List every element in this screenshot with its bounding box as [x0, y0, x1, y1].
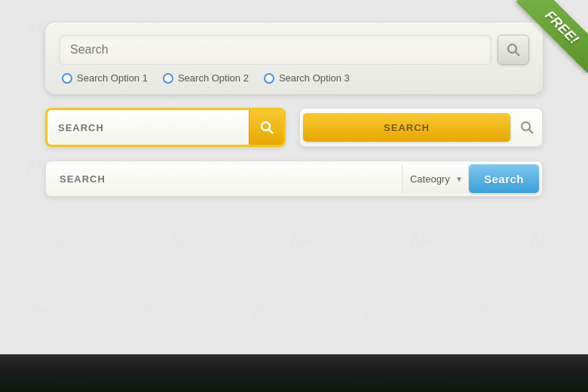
radio-circle-3 — [264, 73, 274, 84]
bottom-bar — [0, 354, 588, 392]
radio-options-row: Search Option 1 Search Option 2 Search O… — [59, 72, 529, 84]
free-badge-label: FREE! — [516, 0, 588, 73]
svg-line-5 — [529, 130, 533, 133]
svg-point-4 — [522, 122, 530, 130]
radio-label-1: Search Option 1 — [77, 72, 148, 84]
search-button-2b[interactable]: SEARCH — [303, 113, 510, 142]
radio-label-2: Search Option 2 — [178, 72, 249, 84]
widget-search-category: Cateogry Option 1 Option 2 Option 3 ▼ Se… — [45, 161, 543, 197]
search-icon-2a — [259, 120, 274, 135]
radio-option-3[interactable]: Search Option 3 — [264, 72, 350, 84]
search-icon-2b — [515, 113, 539, 142]
search-row-1 — [59, 35, 529, 65]
search-input-1[interactable] — [59, 35, 492, 65]
category-select[interactable]: Cateogry Option 1 Option 2 Option 3 — [402, 164, 469, 193]
widget-search-simple: Search Option 1 Search Option 2 Search O… — [45, 23, 543, 94]
search-button-3[interactable]: Search — [469, 164, 539, 193]
widget-row-2: SEARCH — [45, 108, 543, 147]
radio-circle-2 — [163, 73, 173, 84]
radio-option-1[interactable]: Search Option 1 — [62, 72, 148, 84]
search-button-2b-label: SEARCH — [384, 122, 430, 133]
search-magnifier-2b — [519, 120, 534, 135]
search-input-2a[interactable] — [47, 110, 249, 145]
free-badge: FREE! — [498, 0, 588, 90]
search-button-3-label: Search — [484, 173, 524, 185]
svg-point-2 — [262, 122, 270, 130]
widget-search-yellow-border — [45, 108, 286, 147]
svg-line-3 — [269, 130, 273, 133]
radio-label-3: Search Option 3 — [279, 72, 350, 84]
radio-circle-1 — [62, 73, 72, 84]
search-input-3[interactable] — [49, 164, 402, 193]
search-button-2a[interactable] — [249, 110, 283, 145]
radio-option-2[interactable]: Search Option 2 — [163, 72, 249, 84]
category-wrapper: Cateogry Option 1 Option 2 Option 3 ▼ — [402, 164, 469, 193]
widget-search-yellow-button: SEARCH — [299, 108, 543, 147]
